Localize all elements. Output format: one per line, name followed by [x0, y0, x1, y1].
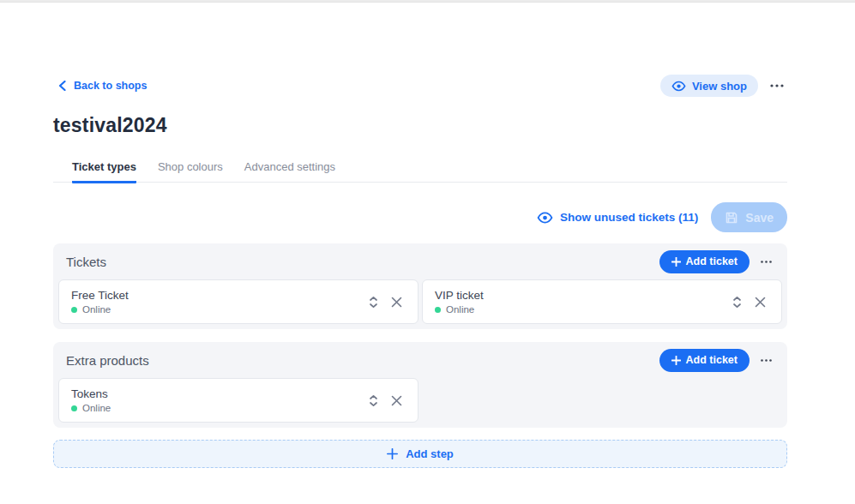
- view-shop-label: View shop: [692, 80, 747, 93]
- online-status-dot: [435, 307, 441, 313]
- show-unused-label: Show unused tickets (11): [560, 211, 698, 224]
- online-status-dot: [71, 405, 77, 411]
- section-tickets: Tickets Add ticket Free Ticket: [53, 243, 787, 329]
- plus-icon: [671, 356, 681, 365]
- eye-icon: [537, 212, 553, 224]
- back-to-shops-link[interactable]: Back to shops: [58, 80, 147, 92]
- section-more-menu-button[interactable]: [757, 259, 775, 265]
- header-actions: View shop: [660, 75, 787, 97]
- plus-icon: [387, 448, 398, 459]
- add-ticket-label: Add ticket: [686, 354, 738, 366]
- tab-bar: Ticket types Shop colours Advanced setti…: [53, 160, 787, 183]
- chevron-left-icon: [58, 81, 66, 91]
- back-link-label: Back to shops: [74, 80, 147, 92]
- save-disk-icon: [725, 211, 738, 225]
- page-header: Back to shops View shop: [53, 75, 787, 97]
- add-ticket-label: Add ticket: [686, 255, 738, 267]
- ticket-card-tokens: Tokens Online: [58, 378, 418, 423]
- ticket-status: Online: [71, 304, 129, 315]
- page-more-menu-button[interactable]: [767, 82, 787, 89]
- section-actions: Add ticket: [659, 250, 775, 273]
- ticket-status-label: Online: [82, 403, 111, 413]
- section-header: Extra products Add ticket: [58, 342, 782, 378]
- ellipsis-icon: [770, 84, 784, 87]
- reorder-handle[interactable]: [367, 393, 380, 409]
- section-title: Tickets: [66, 255, 106, 269]
- toolbar: Show unused tickets (11) Save: [53, 202, 787, 232]
- eye-icon: [671, 81, 686, 92]
- ticket-name: Free Ticket: [71, 289, 129, 302]
- ticket-info: VIP ticket Online: [435, 289, 484, 315]
- ticket-name: VIP ticket: [435, 289, 484, 302]
- ticket-status: Online: [71, 403, 111, 413]
- section-extra-products: Extra products Add ticket Tokens: [53, 342, 787, 428]
- ticket-card-grid: Free Ticket Online VIP: [58, 279, 782, 324]
- ticket-card-vip-ticket: VIP ticket Online: [422, 279, 782, 324]
- shop-editor-page: Back to shops View shop testival2024 Tic…: [53, 3, 787, 468]
- tab-ticket-types[interactable]: Ticket types: [72, 160, 136, 183]
- view-shop-button[interactable]: View shop: [660, 75, 758, 97]
- add-step-button[interactable]: Add step: [53, 440, 787, 468]
- page-title: testival2024: [53, 114, 787, 137]
- online-status-dot: [71, 307, 77, 313]
- section-more-menu-button[interactable]: [757, 357, 775, 363]
- ellipsis-icon: [761, 359, 772, 362]
- section-actions: Add ticket: [659, 349, 775, 372]
- add-ticket-button[interactable]: Add ticket: [659, 250, 750, 273]
- ticket-status: Online: [435, 304, 484, 315]
- tab-advanced-settings[interactable]: Advanced settings: [244, 160, 335, 183]
- show-unused-tickets-button[interactable]: Show unused tickets (11): [537, 211, 698, 224]
- remove-ticket-button[interactable]: [389, 295, 404, 309]
- reorder-handle[interactable]: [731, 294, 744, 310]
- section-header: Tickets Add ticket: [58, 243, 782, 279]
- save-label: Save: [745, 211, 774, 225]
- ticket-card-actions: [731, 294, 768, 310]
- add-step-label: Add step: [406, 447, 454, 460]
- ticket-info: Tokens Online: [71, 387, 111, 413]
- ticket-card-actions: [367, 393, 404, 409]
- ticket-card-free-ticket: Free Ticket Online: [58, 279, 418, 324]
- ticket-card-grid: Tokens Online: [58, 378, 782, 423]
- ellipsis-icon: [761, 261, 772, 263]
- remove-ticket-button[interactable]: [389, 393, 404, 408]
- ticket-status-label: Online: [446, 304, 474, 315]
- save-button[interactable]: Save: [711, 202, 787, 232]
- section-title: Extra products: [66, 353, 149, 368]
- add-ticket-button[interactable]: Add ticket: [659, 349, 750, 372]
- remove-ticket-button[interactable]: [753, 295, 768, 309]
- ticket-name: Tokens: [71, 387, 111, 400]
- ticket-card-actions: [367, 294, 404, 310]
- ticket-status-label: Online: [82, 304, 111, 315]
- tab-shop-colours[interactable]: Shop colours: [158, 160, 223, 183]
- ticket-info: Free Ticket Online: [71, 289, 129, 315]
- plus-icon: [671, 257, 681, 267]
- reorder-handle[interactable]: [367, 294, 380, 310]
